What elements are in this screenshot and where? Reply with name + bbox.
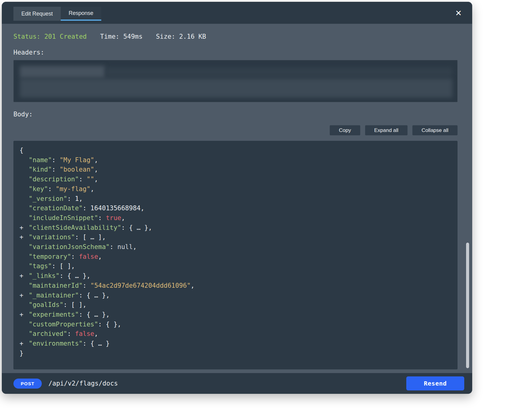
code-token: "key"	[29, 185, 48, 193]
code-token: "goalIds"	[29, 301, 63, 308]
code-token: : [ ],	[52, 262, 75, 270]
code-token: : { … },	[79, 311, 110, 318]
request-path: /api/v2/flags/docs	[48, 380, 118, 387]
code-token: true	[106, 214, 121, 222]
code-token: : [ ],	[63, 301, 87, 308]
code-token: "my-flag"	[56, 185, 91, 193]
redacted-header-content	[106, 67, 452, 77]
redacted-header-content	[20, 66, 105, 78]
code-token: {	[20, 147, 23, 154]
code-line: "name": "My Flag",	[20, 155, 451, 165]
expand-toggle-icon[interactable]: +	[20, 233, 23, 242]
modal-footer: POST /api/v2/flags/docs Resend	[2, 373, 472, 394]
code-token: : { … },	[59, 272, 90, 279]
code-token: }	[20, 350, 23, 357]
code-token: :	[67, 330, 75, 337]
code-token: ,	[121, 214, 125, 222]
json-body[interactable]: {"name": "My Flag","kind": "boolean","de…	[13, 141, 458, 369]
code-token: ,	[94, 330, 98, 337]
code-token: "experiments"	[29, 311, 79, 318]
code-token: ,	[94, 166, 98, 173]
code-token: "_links"	[29, 272, 59, 279]
code-token: false	[79, 253, 98, 260]
code-line: "description": "",	[20, 175, 451, 184]
tab-bar: Edit Request Response	[13, 7, 101, 21]
code-line: "maintainerId": "54ac2d97de674204ddd6109…	[20, 281, 451, 291]
code-line: +"environments": { … }	[20, 339, 451, 349]
time-text: Time: 549ms	[100, 33, 142, 40]
code-token: "name"	[29, 156, 52, 164]
code-token: "clientSideAvailability"	[29, 224, 121, 231]
code-token: "variationJsonSchema"	[29, 243, 110, 251]
code-token: null	[117, 243, 133, 251]
code-token: :	[98, 214, 106, 222]
tab-edit-request[interactable]: Edit Request	[13, 7, 61, 21]
expand-toggle-icon[interactable]: +	[20, 310, 23, 320]
code-token: : { … },	[121, 224, 152, 231]
redacted-header-content	[20, 79, 452, 98]
code-token: 1640135668984	[90, 205, 140, 212]
close-icon[interactable]: ✕	[454, 8, 463, 18]
code-line: "includeInSnippet": true,	[20, 213, 451, 223]
code-line: "tags": [ ],	[20, 262, 451, 271]
code-token: ""	[87, 176, 94, 183]
code-token: "description"	[29, 176, 79, 183]
code-token: :	[71, 253, 79, 260]
expand-toggle-icon[interactable]: +	[20, 339, 23, 349]
tab-response[interactable]: Response	[61, 7, 101, 21]
code-line: "_version": 1,	[20, 194, 451, 204]
code-token: ,	[94, 156, 98, 164]
expand-toggle-icon[interactable]: +	[20, 291, 23, 301]
code-token: ,	[94, 176, 98, 183]
scrollbar-thumb[interactable]	[466, 243, 469, 368]
code-token: :	[52, 156, 59, 164]
code-token: "temporary"	[29, 253, 71, 260]
resend-button[interactable]: Resend	[406, 376, 464, 390]
response-headers-box	[13, 60, 458, 102]
code-line: "customProperties": { },	[20, 320, 451, 329]
code-token: "includeInSnippet"	[29, 214, 98, 222]
code-token: "environments"	[29, 340, 83, 347]
code-line: +"_links": { … },	[20, 271, 451, 281]
expand-toggle-icon[interactable]: +	[20, 271, 23, 281]
code-token: false	[75, 330, 94, 337]
code-token: :	[52, 166, 59, 173]
expand-all-button[interactable]: Expand all	[365, 125, 408, 135]
code-token: "tags"	[29, 262, 52, 270]
code-token: ,	[98, 253, 102, 260]
code-token: "customProperties"	[29, 321, 98, 328]
code-token: ,	[191, 282, 195, 289]
response-panel: Status: 201 Created Time: 549ms Size: 2.…	[2, 33, 472, 369]
code-token: :	[67, 195, 75, 202]
code-line: "creationDate": 1640135668984,	[20, 204, 451, 213]
code-token: ,	[90, 185, 94, 193]
code-token: :	[110, 243, 117, 251]
headers-label: Headers:	[13, 49, 458, 56]
code-token: : { … },	[79, 292, 110, 299]
copy-button[interactable]: Copy	[330, 125, 360, 135]
code-token: : { },	[98, 321, 121, 328]
code-line: }	[20, 349, 451, 358]
code-token: "boolean"	[59, 166, 94, 173]
code-token: ,	[79, 195, 83, 202]
code-line: +"_maintainer": { … },	[20, 291, 451, 301]
size-text: Size: 2.16 KB	[156, 33, 206, 40]
code-line: "temporary": false,	[20, 252, 451, 262]
code-token: ,	[141, 205, 145, 212]
request-response-modal: Edit Request Response ✕ Status: 201 Crea…	[2, 2, 472, 394]
expand-toggle-icon[interactable]: +	[20, 223, 23, 233]
code-token: ,	[133, 243, 137, 251]
body-toolbar: Copy Expand all Collapse all	[13, 125, 458, 135]
code-token: "_maintainer"	[29, 292, 79, 299]
code-token: :	[83, 205, 90, 212]
code-line: "variationJsonSchema": null,	[20, 242, 451, 252]
modal-header: Edit Request Response ✕	[2, 2, 472, 24]
code-token: "creationDate"	[29, 205, 83, 212]
code-token: "variations"	[29, 233, 75, 241]
code-line: +"clientSideAvailability": { … },	[20, 223, 451, 233]
collapse-all-button[interactable]: Collapse all	[412, 125, 458, 135]
code-token: :	[83, 282, 90, 289]
code-line: +"experiments": { … },	[20, 310, 451, 320]
code-token: : { … }	[83, 340, 110, 347]
code-token: "My Flag"	[59, 156, 94, 164]
